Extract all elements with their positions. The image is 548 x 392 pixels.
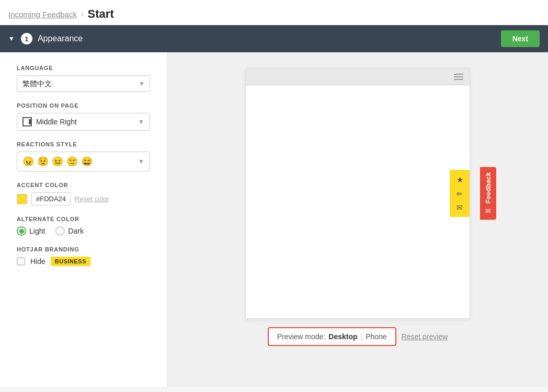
branding-row: Hide BUSINESS [17,257,150,266]
hamburger-line-1 [454,74,463,75]
emoji-5: 😄 [81,156,93,167]
breadcrumb: Incoming Feedback › Start [0,0,548,25]
feedback-tab-text: Feedback [484,172,492,204]
hamburger-line-2 [454,76,463,77]
settings-panel: LANGUAGE 繁體中文 ▼ POSITION ON PAGE Middle … [0,52,167,387]
accent-color-label: ACCENT COLOR [17,182,150,188]
browser-mockup: ★ ✏ ✉ [245,68,470,319]
emoji-1: 😠 [22,156,34,167]
preview-mode-label: Preview mode: [277,332,326,341]
reset-preview-link[interactable]: Reset preview [402,332,448,341]
reactions-dropdown-arrow: ▼ [138,158,144,165]
hide-checkbox[interactable] [17,257,25,266]
feedback-side-tab: Feedback ✉ [480,167,496,220]
alternate-color-radio-group: Light Dark [17,226,150,236]
radio-light-circle [17,226,26,236]
language-label: LANGUAGE [17,65,150,71]
accent-color-row: #FDDA24 Reset color [17,192,150,205]
preview-mode-box: Preview mode: Desktop | Phone [268,327,396,346]
widget-envelope-icon: ✉ [456,203,463,212]
feedback-widget: ★ ✏ ✉ [450,170,470,217]
alternate-color-label: ALTERNATE COLOR [17,216,150,222]
hamburger-line-3 [454,79,463,80]
breadcrumb-separator: › [81,10,84,18]
widget-pencil-icon: ✏ [456,190,463,198]
position-icon [22,117,32,126]
emoji-3: 😐 [52,156,63,167]
hide-label: Hide [30,257,45,266]
next-button[interactable]: Next [501,30,540,47]
radio-light-label: Light [29,227,45,235]
preview-phone-button[interactable]: Phone [366,332,386,341]
step-number: 1 [21,33,32,44]
business-badge: BUSINESS [51,257,90,266]
preview-panel: ★ ✏ ✉ Feedback ✉ Preview mode: Desktop |… [167,52,548,387]
feedback-side-tab-inner[interactable]: Feedback ✉ [480,167,496,220]
position-dropdown-arrow: ▼ [138,118,144,125]
collapse-icon[interactable]: ▼ [8,35,15,42]
position-text: Middle Right [36,118,138,126]
browser-outer: ★ ✏ ✉ Feedback ✉ [245,68,470,319]
radio-dark[interactable]: Dark [55,226,84,236]
step-header: ▼ 1 Appearance Next [0,25,548,52]
preview-desktop-button[interactable]: Desktop [328,332,357,341]
step-title: Appearance [38,34,501,43]
language-select[interactable]: 繁體中文 [17,75,150,92]
position-label: POSITION ON PAGE [17,102,150,109]
language-select-wrapper: 繁體中文 ▼ [17,75,150,92]
radio-light[interactable]: Light [17,226,45,236]
branding-label: HOTJAR BRANDING [17,246,150,252]
accent-color-swatch[interactable] [17,194,27,204]
reactions-select[interactable]: 😠 😟 😐 🙂 😄 ▼ [17,152,150,171]
breadcrumb-current-page: Start [88,7,114,21]
preview-controls: Preview mode: Desktop | Phone Reset prev… [268,327,448,346]
radio-dark-label: Dark [68,227,84,235]
emoji-4: 🙂 [66,156,78,167]
position-select[interactable]: Middle Right ▼ [17,113,150,131]
radio-dark-circle [55,226,65,236]
reset-color-link[interactable]: Reset color [75,195,109,203]
browser-toolbar [246,68,470,85]
hamburger-icon [454,74,463,80]
preview-mode-separator: | [361,332,363,341]
accent-color-value: #FDDA24 [31,192,71,205]
reactions-label: REACTIONS STYLE [17,141,150,147]
main-content: LANGUAGE 繁體中文 ▼ POSITION ON PAGE Middle … [0,52,548,387]
feedback-tab-icon: ✉ [485,206,491,214]
emoji-2: 😟 [37,156,49,167]
widget-star-icon: ★ [456,175,463,185]
breadcrumb-link[interactable]: Incoming Feedback [8,10,77,19]
